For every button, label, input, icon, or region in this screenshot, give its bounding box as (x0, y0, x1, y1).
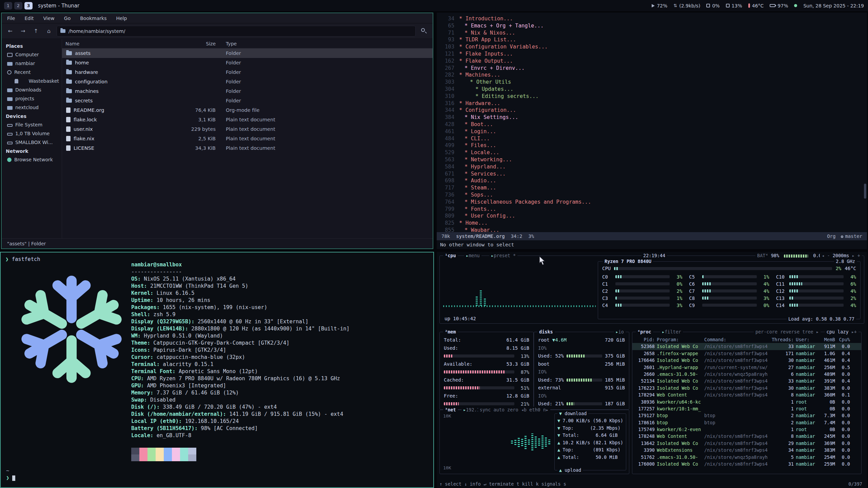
file-row-configuration[interactable]: configurationFolder (62, 77, 433, 86)
column-size[interactable]: Size (182, 41, 216, 46)
cpu-panel-label[interactable]: ¹cpu (443, 252, 458, 259)
org-heading-line: 717* Steam... (439, 184, 867, 191)
sidebar-item-downloads[interactable]: Downloads (2, 85, 62, 94)
file-row-flake-lock[interactable]: flake.lock3,1 KiBPlain text document (62, 115, 433, 124)
file-row-license[interactable]: LICENSE34,3 KiBPlain text document (62, 143, 433, 153)
sidebar-item-nextcloud[interactable]: nextcloud (2, 103, 62, 112)
net-panel-label[interactable]: ³net (443, 407, 458, 413)
sidebar-item-nambiar[interactable]: nambiar (2, 59, 62, 68)
scrollbar-thumb[interactable] (864, 184, 866, 199)
proc-column-pid[interactable]: Pid: (636, 336, 655, 343)
path-bar[interactable]: /home/nambiar/system/ (57, 26, 416, 37)
workspace-1[interactable]: 1 (4, 2, 12, 9)
process-row-178616[interactable]: 178616btopbtop2nambiar7.4M0.0 (632, 419, 861, 426)
process-command: /nix/store/sm8fnrf3wps4 (704, 461, 769, 467)
process-row-176000[interactable]: 176000Isolated Web Co/nix/store/sm8fnrf3… (632, 461, 861, 467)
process-row-52368[interactable]: 52368Isolated Web Co/nix/store/sm8fnrf3w… (632, 343, 861, 350)
process-row-2658[interactable]: 2658.firefox-wrappe/nix/store/sm8fnrf3wp… (632, 350, 861, 357)
process-row-52134[interactable]: 52134Isolated Web Co/nix/store/sm8fnrf3w… (632, 378, 861, 384)
process-row-2660[interactable]: 2660.emacs-31.0.50-/nix/store/wnqz5pa8ra… (632, 371, 861, 378)
proc-sort[interactable]: cpu lazy ▸+ (825, 329, 859, 335)
column-type[interactable]: Type (216, 41, 433, 46)
menu-go[interactable]: Go (64, 16, 71, 21)
sidebar-item-1-0-tb-volume[interactable]: 1,0 TB Volume (2, 129, 62, 138)
menu-file[interactable]: File (7, 16, 15, 21)
back-button[interactable]: ← (5, 26, 15, 36)
file-row-secrets[interactable]: secretsFolder (62, 96, 433, 105)
footer-keys[interactable]: ↑ select ↓ info ↵ terminate t kill k sig… (439, 481, 566, 487)
search-button[interactable] (418, 26, 429, 37)
sidebar-item-wastebasket[interactable]: Wastebasket (2, 77, 62, 85)
proc-column-command[interactable]: Command: (704, 336, 769, 343)
proc-panel-label[interactable]: ⁴proc (636, 329, 653, 335)
mem-label: Available: (444, 360, 472, 368)
prompt-symbol: ❯ (6, 475, 9, 481)
up-button[interactable]: ↑ (31, 26, 41, 36)
prompt-line[interactable]: ❯ (6, 474, 15, 482)
process-row-176223[interactable]: 176223Isolated Web Co/nix/store/sm8fnrf3… (632, 385, 861, 391)
menu-view[interactable]: View (43, 16, 55, 21)
process-row-179127[interactable]: 179127btopbtop2nambiar7.3M0.0 (632, 412, 861, 419)
mem-panel-label[interactable]: ²mem (443, 329, 458, 335)
process-row-3390[interactable]: 3390WebExtensions/nix/store/sm8fnrf3wps4… (632, 447, 861, 453)
sidebar-item-file-system[interactable]: File System (2, 120, 62, 129)
menu-button[interactable]: ▸menu (464, 252, 481, 259)
net-controls[interactable]: sync auto zero ◂b eth0 n▸ (478, 407, 550, 413)
process-command: /nix/store/wnqz5pa8rayh (704, 371, 769, 378)
file-size: 2,5 KiB (182, 136, 216, 141)
forward-button[interactable]: → (18, 26, 28, 36)
menu-help[interactable]: Help (116, 16, 127, 21)
file-row-home[interactable]: homeFolder (62, 58, 433, 67)
process-threads: 6 (771, 371, 794, 378)
menu-bookmarks[interactable]: Bookmarks (80, 16, 106, 21)
process-memory: 911M (819, 343, 835, 350)
mem-meter (444, 370, 514, 373)
column-name[interactable]: Name (62, 41, 182, 46)
sidebar-item-recent[interactable]: Recent (2, 68, 62, 77)
workspace-3[interactable]: 3 (24, 2, 33, 9)
file-name-cell: README.org (62, 107, 182, 113)
process-row-178248[interactable]: 178248Web Content/nix/store/sm8fnrf3wps4… (632, 433, 861, 440)
emacs-buffer[interactable]: 34* Introduction...65* Emacs + Org + Tan… (437, 13, 867, 232)
process-row-51762[interactable]: 51762.emacs-31.0.50-/nix/store/wnqz5pa8r… (632, 454, 861, 461)
io-toggle[interactable]: ▸io (614, 329, 626, 335)
process-table-header[interactable]: Pid:Program:Command:Threads:User:MemBCpu… (632, 336, 861, 343)
process-row-177257[interactable]: 177257kworker/10:1-mm_1root0B0.0 (632, 405, 861, 412)
proc-column-threads[interactable]: Threads: (771, 336, 794, 343)
fastfetch-line-shell: Shell: zsh 5.9 (131, 311, 350, 318)
file-row-flake-nix[interactable]: flake.nix2,5 KiBPlain text document (62, 134, 433, 143)
file-row-assets[interactable]: assetsFolder (62, 48, 433, 58)
proc-column-program[interactable]: Program: (657, 336, 702, 343)
search-icon (421, 28, 425, 32)
process-command: /nix/store/sm8fnrf3wps4 (704, 357, 769, 364)
process-row-2601[interactable]: 2601.Hyprland-wrapp/run/current-system/s… (632, 364, 861, 371)
process-row-176646[interactable]: 176646Isolated Web Co/nix/store/sm8fnrf3… (632, 357, 861, 364)
sidebar-item-browse-network[interactable]: Browse Network (2, 155, 62, 164)
proc-column-cpu[interactable]: Cpu% (837, 336, 850, 343)
sidebar-item-smallbox-wi[interactable]: SMALLBOX Wi... (2, 138, 62, 147)
file-row-machines[interactable]: machinesFolder (62, 86, 433, 96)
core-label: C10 (776, 274, 787, 280)
sidebar-item-computer[interactable]: Computer (2, 50, 62, 59)
process-row-38936[interactable]: 38936kworker/u64:6-kc1root0B0.0 (632, 399, 861, 405)
process-row-178294[interactable]: 178294Web Content/nix/store/sm8fnrf3wps4… (632, 391, 861, 398)
workspace-2[interactable]: 2 (14, 2, 22, 9)
disk-meter (567, 402, 602, 405)
preset-button[interactable]: ▸preset * (489, 252, 517, 259)
file-row-readme-org[interactable]: README.org76,4 KiBOrg-mode file (62, 105, 433, 115)
proc-column-user[interactable]: User: (796, 336, 817, 343)
disks-panel-label[interactable]: disks (537, 329, 555, 335)
proc-options[interactable]: per-core reverse tree ▸ (754, 329, 821, 335)
process-row-175749[interactable]: 175749kworker/6:2-even1root0B0.0 (632, 426, 861, 433)
home-button[interactable]: ⌂ (44, 26, 54, 36)
process-row-13642[interactable]: 13642Isolated Web Co/nix/store/sm8fnrf3w… (632, 440, 861, 447)
palette-swatch (139, 448, 147, 454)
filter-button[interactable]: ▸filter (660, 329, 683, 335)
proc-column-memb[interactable]: MemB (819, 336, 835, 343)
menu-edit[interactable]: Edit (24, 16, 34, 21)
file-row-user-nix[interactable]: user.nix229 bytesPlain text document (62, 124, 433, 134)
process-program: kworker/10:1-mm_ (657, 405, 702, 412)
emacs-scrollbar[interactable] (864, 13, 866, 232)
file-row-hardware[interactable]: hardwareFolder (62, 67, 433, 77)
sidebar-item-projects[interactable]: projects (2, 94, 62, 103)
